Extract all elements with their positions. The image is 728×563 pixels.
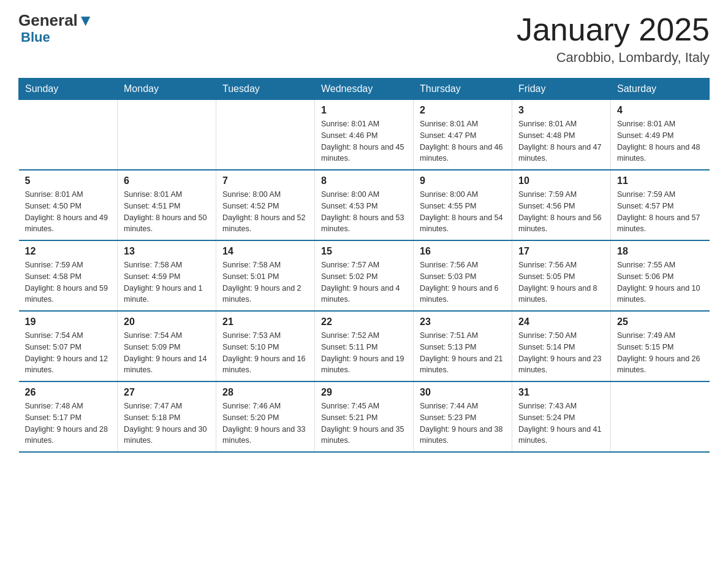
calendar-cell: 11Sunrise: 7:59 AMSunset: 4:57 PMDayligh…	[611, 170, 710, 240]
day-info: Sunrise: 7:47 AMSunset: 5:18 PMDaylight:…	[124, 400, 210, 446]
day-number: 16	[420, 246, 506, 257]
day-number: 13	[124, 246, 210, 257]
month-title: January 2025	[517, 12, 710, 47]
day-number: 31	[518, 387, 604, 398]
day-info: Sunrise: 8:00 AMSunset: 4:52 PMDaylight:…	[222, 189, 308, 235]
day-info: Sunrise: 7:49 AMSunset: 5:15 PMDaylight:…	[617, 330, 703, 376]
day-number: 30	[420, 387, 506, 398]
day-info: Sunrise: 7:59 AMSunset: 4:58 PMDaylight:…	[25, 259, 112, 305]
day-number: 3	[518, 105, 604, 116]
calendar-week-row: 12Sunrise: 7:59 AMSunset: 4:58 PMDayligh…	[19, 240, 710, 311]
calendar-cell: 3Sunrise: 8:01 AMSunset: 4:48 PMDaylight…	[512, 100, 611, 170]
calendar-cell: 25Sunrise: 7:49 AMSunset: 5:15 PMDayligh…	[611, 311, 710, 381]
day-number: 24	[518, 316, 604, 327]
day-info: Sunrise: 8:01 AMSunset: 4:48 PMDaylight:…	[518, 118, 604, 164]
day-of-week-header: Thursday	[414, 79, 512, 100]
day-number: 15	[321, 246, 407, 257]
day-number: 8	[321, 175, 407, 186]
day-info: Sunrise: 7:48 AMSunset: 5:17 PMDaylight:…	[25, 400, 112, 446]
logo-blue-text: Blue	[18, 29, 50, 45]
day-info: Sunrise: 7:54 AMSunset: 5:07 PMDaylight:…	[25, 330, 112, 376]
day-of-week-header: Friday	[512, 79, 611, 100]
day-number: 2	[420, 105, 506, 116]
calendar-cell: 17Sunrise: 7:56 AMSunset: 5:05 PMDayligh…	[512, 240, 611, 311]
calendar-cell: 27Sunrise: 7:47 AMSunset: 5:18 PMDayligh…	[118, 381, 216, 452]
calendar-cell: 23Sunrise: 7:51 AMSunset: 5:13 PMDayligh…	[414, 311, 512, 381]
title-block: January 2025 Carobbio, Lombardy, Italy	[517, 12, 710, 66]
day-info: Sunrise: 7:54 AMSunset: 5:09 PMDaylight:…	[124, 330, 210, 376]
day-info: Sunrise: 7:53 AMSunset: 5:10 PMDaylight:…	[222, 330, 308, 376]
day-info: Sunrise: 7:46 AMSunset: 5:20 PMDaylight:…	[222, 400, 308, 446]
calendar-cell: 8Sunrise: 8:00 AMSunset: 4:53 PMDaylight…	[315, 170, 414, 240]
calendar-cell: 24Sunrise: 7:50 AMSunset: 5:14 PMDayligh…	[512, 311, 611, 381]
day-number: 4	[617, 105, 703, 116]
calendar-cell: 29Sunrise: 7:45 AMSunset: 5:21 PMDayligh…	[315, 381, 414, 452]
day-number: 11	[617, 175, 703, 186]
logo: General▼ Blue	[18, 12, 94, 45]
day-number: 26	[25, 387, 112, 398]
day-info: Sunrise: 7:56 AMSunset: 5:03 PMDaylight:…	[420, 259, 506, 305]
day-info: Sunrise: 7:56 AMSunset: 5:05 PMDaylight:…	[518, 259, 604, 305]
day-number: 19	[25, 316, 112, 327]
logo-arrow-icon: ▼	[78, 11, 94, 29]
day-of-week-header: Saturday	[611, 79, 710, 100]
calendar-week-row: 26Sunrise: 7:48 AMSunset: 5:17 PMDayligh…	[19, 381, 710, 452]
calendar-week-row: 1Sunrise: 8:01 AMSunset: 4:46 PMDaylight…	[19, 100, 710, 170]
day-number: 29	[321, 387, 407, 398]
page-header: General▼ Blue January 2025 Carobbio, Lom…	[18, 12, 710, 66]
location-text: Carobbio, Lombardy, Italy	[517, 50, 710, 66]
calendar-cell: 21Sunrise: 7:53 AMSunset: 5:10 PMDayligh…	[216, 311, 315, 381]
day-number: 17	[518, 246, 604, 257]
day-of-week-header: Monday	[118, 79, 216, 100]
calendar-cell: 6Sunrise: 8:01 AMSunset: 4:51 PMDaylight…	[118, 170, 216, 240]
days-of-week-row: SundayMondayTuesdayWednesdayThursdayFrid…	[19, 79, 710, 100]
day-number: 18	[617, 246, 703, 257]
day-info: Sunrise: 7:45 AMSunset: 5:21 PMDaylight:…	[321, 400, 407, 446]
calendar-cell: 18Sunrise: 7:55 AMSunset: 5:06 PMDayligh…	[611, 240, 710, 311]
calendar-cell: 15Sunrise: 7:57 AMSunset: 5:02 PMDayligh…	[315, 240, 414, 311]
day-number: 25	[617, 316, 703, 327]
day-number: 28	[222, 387, 308, 398]
day-number: 22	[321, 316, 407, 327]
logo-general-text: General▼	[18, 12, 94, 28]
calendar-week-row: 5Sunrise: 8:01 AMSunset: 4:50 PMDaylight…	[19, 170, 710, 240]
calendar-cell: 30Sunrise: 7:44 AMSunset: 5:23 PMDayligh…	[414, 381, 512, 452]
day-number: 9	[420, 175, 506, 186]
calendar-cell: 7Sunrise: 8:00 AMSunset: 4:52 PMDaylight…	[216, 170, 315, 240]
day-info: Sunrise: 7:58 AMSunset: 4:59 PMDaylight:…	[124, 259, 210, 305]
day-info: Sunrise: 8:01 AMSunset: 4:46 PMDaylight:…	[321, 118, 407, 164]
day-info: Sunrise: 7:59 AMSunset: 4:56 PMDaylight:…	[518, 189, 604, 235]
calendar-cell: 9Sunrise: 8:00 AMSunset: 4:55 PMDaylight…	[414, 170, 512, 240]
calendar-cell: 1Sunrise: 8:01 AMSunset: 4:46 PMDaylight…	[315, 100, 414, 170]
calendar-cell: 4Sunrise: 8:01 AMSunset: 4:49 PMDaylight…	[611, 100, 710, 170]
calendar-cell: 28Sunrise: 7:46 AMSunset: 5:20 PMDayligh…	[216, 381, 315, 452]
day-number: 20	[124, 316, 210, 327]
day-info: Sunrise: 7:57 AMSunset: 5:02 PMDaylight:…	[321, 259, 407, 305]
calendar-cell: 2Sunrise: 8:01 AMSunset: 4:47 PMDaylight…	[414, 100, 512, 170]
day-number: 21	[222, 316, 308, 327]
day-number: 10	[518, 175, 604, 186]
day-of-week-header: Tuesday	[216, 79, 315, 100]
calendar-cell: 19Sunrise: 7:54 AMSunset: 5:07 PMDayligh…	[19, 311, 118, 381]
day-number: 7	[222, 175, 308, 186]
calendar-header: SundayMondayTuesdayWednesdayThursdayFrid…	[19, 79, 710, 100]
calendar-cell	[216, 100, 315, 170]
day-info: Sunrise: 7:55 AMSunset: 5:06 PMDaylight:…	[617, 259, 703, 305]
day-info: Sunrise: 8:00 AMSunset: 4:53 PMDaylight:…	[321, 189, 407, 235]
calendar-cell: 5Sunrise: 8:01 AMSunset: 4:50 PMDaylight…	[19, 170, 118, 240]
calendar-cell: 26Sunrise: 7:48 AMSunset: 5:17 PMDayligh…	[19, 381, 118, 452]
calendar-cell: 13Sunrise: 7:58 AMSunset: 4:59 PMDayligh…	[118, 240, 216, 311]
calendar-cell: 31Sunrise: 7:43 AMSunset: 5:24 PMDayligh…	[512, 381, 611, 452]
day-number: 5	[25, 175, 112, 186]
day-info: Sunrise: 7:50 AMSunset: 5:14 PMDaylight:…	[518, 330, 604, 376]
day-info: Sunrise: 8:01 AMSunset: 4:47 PMDaylight:…	[420, 118, 506, 164]
calendar-cell: 20Sunrise: 7:54 AMSunset: 5:09 PMDayligh…	[118, 311, 216, 381]
day-number: 6	[124, 175, 210, 186]
calendar-cell: 12Sunrise: 7:59 AMSunset: 4:58 PMDayligh…	[19, 240, 118, 311]
day-number: 12	[25, 246, 112, 257]
calendar-cell: 22Sunrise: 7:52 AMSunset: 5:11 PMDayligh…	[315, 311, 414, 381]
day-info: Sunrise: 7:44 AMSunset: 5:23 PMDaylight:…	[420, 400, 506, 446]
calendar-week-row: 19Sunrise: 7:54 AMSunset: 5:07 PMDayligh…	[19, 311, 710, 381]
day-info: Sunrise: 8:01 AMSunset: 4:51 PMDaylight:…	[124, 189, 210, 235]
calendar-cell: 10Sunrise: 7:59 AMSunset: 4:56 PMDayligh…	[512, 170, 611, 240]
